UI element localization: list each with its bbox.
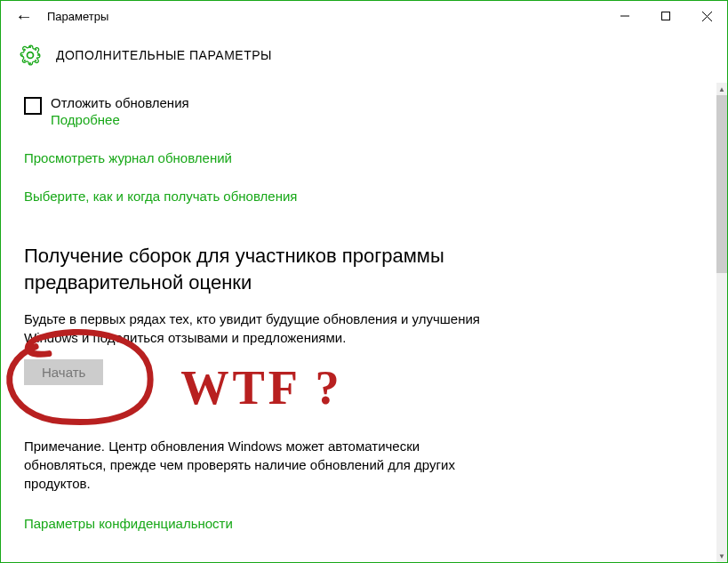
scroll-up-arrow-icon[interactable]: ▲ bbox=[716, 83, 727, 95]
scroll-thumb[interactable] bbox=[716, 95, 727, 273]
minimize-icon bbox=[620, 12, 629, 20]
defer-updates-row: Отложить обновления Подробнее bbox=[24, 95, 693, 127]
insider-section-title: Получение сборок для участников программ… bbox=[24, 243, 504, 295]
view-update-history-link[interactable]: Просмотреть журнал обновлений bbox=[24, 150, 232, 165]
maximize-button[interactable] bbox=[645, 1, 686, 31]
choose-how-updates-link[interactable]: Выберите, как и когда получать обновлени… bbox=[24, 189, 297, 204]
defer-updates-label: Отложить обновления bbox=[51, 95, 189, 110]
defer-updates-checkbox[interactable] bbox=[24, 97, 42, 115]
main-scroll-content: Отложить обновления Подробнее Просмотрет… bbox=[1, 83, 716, 562]
page-header: ДОПОЛНИТЕЛЬНЫЕ ПАРАМЕТРЫ bbox=[1, 31, 727, 83]
page-heading: ДОПОЛНИТЕЛЬНЫЕ ПАРАМЕТРЫ bbox=[56, 48, 272, 62]
privacy-settings-link[interactable]: Параметры конфиденциальности bbox=[24, 516, 233, 531]
close-button[interactable] bbox=[686, 1, 727, 31]
defer-updates-learn-more-link[interactable]: Подробнее bbox=[51, 112, 189, 127]
scroll-down-arrow-icon[interactable]: ▼ bbox=[716, 550, 727, 562]
back-arrow-icon: ← bbox=[15, 7, 33, 25]
back-button[interactable]: ← bbox=[6, 1, 42, 31]
maximize-icon bbox=[661, 12, 670, 20]
settings-window: ← Параметры ДОПОЛНИТЕЛЬНЫЕ ПАРАМЕТРЫ bbox=[0, 0, 728, 563]
close-icon bbox=[702, 12, 712, 21]
vertical-scrollbar[interactable]: ▲ ▼ bbox=[716, 83, 727, 562]
gear-icon bbox=[19, 44, 42, 67]
minimize-button[interactable] bbox=[604, 1, 645, 31]
insider-section-body: Будьте в первых рядах тех, кто увидит бу… bbox=[24, 310, 504, 347]
insider-start-button: Начать bbox=[24, 359, 103, 385]
main-area: Отложить обновления Подробнее Просмотрет… bbox=[1, 83, 727, 562]
svg-point-4 bbox=[28, 52, 34, 59]
titlebar: ← Параметры bbox=[1, 1, 727, 31]
window-controls bbox=[604, 1, 727, 31]
window-title: Параметры bbox=[47, 10, 108, 23]
defer-updates-label-block: Отложить обновления Подробнее bbox=[51, 95, 189, 127]
update-center-note: Примечание. Центр обновления Windows мож… bbox=[24, 437, 504, 493]
svg-rect-1 bbox=[662, 12, 670, 20]
